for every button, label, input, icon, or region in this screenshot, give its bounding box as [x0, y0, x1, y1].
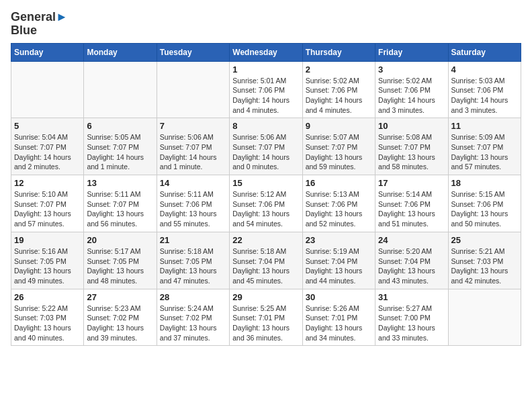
- calendar-week-row: 19Sunrise: 5:16 AM Sunset: 7:05 PM Dayli…: [11, 232, 521, 289]
- calendar-day-cell: [11, 61, 84, 118]
- day-info: Sunrise: 5:10 AM Sunset: 7:07 PM Dayligh…: [14, 189, 81, 229]
- day-number: 13: [87, 178, 153, 188]
- day-info: Sunrise: 5:04 AM Sunset: 7:07 PM Dayligh…: [14, 132, 81, 172]
- day-info: Sunrise: 5:20 AM Sunset: 7:04 PM Dayligh…: [378, 246, 445, 286]
- day-number: 10: [378, 121, 445, 131]
- day-info: Sunrise: 5:06 AM Sunset: 7:07 PM Dayligh…: [232, 132, 299, 172]
- day-info: Sunrise: 5:02 AM Sunset: 7:06 PM Dayligh…: [378, 76, 445, 116]
- day-number: 1: [232, 64, 299, 75]
- weekday-label: Friday: [375, 43, 448, 61]
- day-info: Sunrise: 5:07 AM Sunset: 7:07 PM Dayligh…: [306, 132, 372, 172]
- day-info: Sunrise: 5:14 AM Sunset: 7:06 PM Dayligh…: [378, 189, 445, 229]
- day-number: 28: [160, 292, 226, 302]
- calendar-day-cell: 7Sunrise: 5:06 AM Sunset: 7:07 PM Daylig…: [157, 118, 229, 175]
- logo: General► Blue: [11, 11, 68, 38]
- calendar-day-cell: 11Sunrise: 5:09 AM Sunset: 7:07 PM Dayli…: [448, 118, 521, 175]
- calendar-day-cell: 14Sunrise: 5:11 AM Sunset: 7:06 PM Dayli…: [157, 175, 229, 232]
- day-info: Sunrise: 5:16 AM Sunset: 7:05 PM Dayligh…: [14, 246, 81, 286]
- calendar-day-cell: 8Sunrise: 5:06 AM Sunset: 7:07 PM Daylig…: [230, 118, 302, 175]
- day-info: Sunrise: 5:15 AM Sunset: 7:06 PM Dayligh…: [451, 189, 518, 229]
- day-number: 6: [87, 121, 153, 131]
- day-number: 21: [160, 235, 226, 245]
- calendar-day-cell: 28Sunrise: 5:24 AM Sunset: 7:02 PM Dayli…: [157, 289, 229, 346]
- calendar-week-row: 1Sunrise: 5:01 AM Sunset: 7:06 PM Daylig…: [11, 61, 521, 118]
- day-number: 15: [232, 178, 299, 188]
- calendar-day-cell: 25Sunrise: 5:21 AM Sunset: 7:03 PM Dayli…: [448, 232, 521, 289]
- day-number: 14: [160, 178, 226, 188]
- day-number: 26: [14, 292, 81, 302]
- day-info: Sunrise: 5:18 AM Sunset: 7:04 PM Dayligh…: [232, 246, 299, 286]
- day-info: Sunrise: 5:25 AM Sunset: 7:01 PM Dayligh…: [232, 304, 299, 343]
- day-number: 2: [306, 64, 372, 75]
- day-info: Sunrise: 5:17 AM Sunset: 7:05 PM Dayligh…: [87, 246, 153, 286]
- day-info: Sunrise: 5:22 AM Sunset: 7:03 PM Dayligh…: [14, 304, 81, 343]
- day-info: Sunrise: 5:23 AM Sunset: 7:02 PM Dayligh…: [87, 304, 153, 343]
- day-number: 4: [451, 64, 518, 75]
- day-info: Sunrise: 5:13 AM Sunset: 7:06 PM Dayligh…: [306, 189, 372, 229]
- day-number: 3: [378, 64, 445, 75]
- calendar-day-cell: 18Sunrise: 5:15 AM Sunset: 7:06 PM Dayli…: [448, 175, 521, 232]
- day-info: Sunrise: 5:26 AM Sunset: 7:01 PM Dayligh…: [306, 304, 372, 343]
- day-number: 30: [306, 292, 372, 302]
- calendar-day-cell: 5Sunrise: 5:04 AM Sunset: 7:07 PM Daylig…: [11, 118, 84, 175]
- calendar-day-cell: 24Sunrise: 5:20 AM Sunset: 7:04 PM Dayli…: [375, 232, 448, 289]
- day-number: 29: [232, 292, 299, 302]
- day-info: Sunrise: 5:05 AM Sunset: 7:07 PM Dayligh…: [87, 132, 153, 172]
- calendar-day-cell: 31Sunrise: 5:27 AM Sunset: 7:00 PM Dayli…: [375, 289, 448, 346]
- calendar-body: 1Sunrise: 5:01 AM Sunset: 7:06 PM Daylig…: [11, 61, 521, 346]
- day-number: 27: [87, 292, 153, 302]
- day-number: 23: [306, 235, 372, 245]
- calendar-day-cell: 4Sunrise: 5:03 AM Sunset: 7:06 PM Daylig…: [448, 61, 521, 118]
- day-info: Sunrise: 5:27 AM Sunset: 7:00 PM Dayligh…: [378, 304, 445, 343]
- day-info: Sunrise: 5:11 AM Sunset: 7:07 PM Dayligh…: [87, 189, 153, 229]
- calendar-day-cell: 21Sunrise: 5:18 AM Sunset: 7:05 PM Dayli…: [157, 232, 229, 289]
- day-number: 11: [451, 121, 518, 131]
- calendar-day-cell: 22Sunrise: 5:18 AM Sunset: 7:04 PM Dayli…: [230, 232, 302, 289]
- calendar-day-cell: 27Sunrise: 5:23 AM Sunset: 7:02 PM Dayli…: [84, 289, 157, 346]
- calendar-day-cell: 30Sunrise: 5:26 AM Sunset: 7:01 PM Dayli…: [302, 289, 375, 346]
- calendar-day-cell: [448, 289, 521, 346]
- day-info: Sunrise: 5:08 AM Sunset: 7:07 PM Dayligh…: [378, 132, 445, 172]
- calendar-day-cell: 15Sunrise: 5:12 AM Sunset: 7:06 PM Dayli…: [230, 175, 302, 232]
- calendar-day-cell: 13Sunrise: 5:11 AM Sunset: 7:07 PM Dayli…: [84, 175, 157, 232]
- calendar-day-cell: 19Sunrise: 5:16 AM Sunset: 7:05 PM Dayli…: [11, 232, 84, 289]
- day-number: 31: [378, 292, 445, 302]
- calendar-day-cell: 20Sunrise: 5:17 AM Sunset: 7:05 PM Dayli…: [84, 232, 157, 289]
- calendar-day-cell: 29Sunrise: 5:25 AM Sunset: 7:01 PM Dayli…: [230, 289, 302, 346]
- day-info: Sunrise: 5:03 AM Sunset: 7:06 PM Dayligh…: [451, 76, 518, 116]
- day-number: 8: [232, 121, 299, 131]
- day-number: 5: [14, 121, 81, 131]
- day-info: Sunrise: 5:18 AM Sunset: 7:05 PM Dayligh…: [160, 246, 226, 286]
- weekday-label: Monday: [84, 43, 157, 61]
- day-number: 24: [378, 235, 445, 245]
- day-number: 22: [232, 235, 299, 245]
- calendar-day-cell: 1Sunrise: 5:01 AM Sunset: 7:06 PM Daylig…: [230, 61, 302, 118]
- calendar-day-cell: 9Sunrise: 5:07 AM Sunset: 7:07 PM Daylig…: [302, 118, 375, 175]
- day-number: 17: [378, 178, 445, 188]
- weekday-label: Wednesday: [230, 43, 302, 61]
- weekday-label: Thursday: [302, 43, 375, 61]
- day-number: 16: [306, 178, 372, 188]
- weekday-header-row: SundayMondayTuesdayWednesdayThursdayFrid…: [11, 43, 521, 61]
- day-info: Sunrise: 5:09 AM Sunset: 7:07 PM Dayligh…: [451, 132, 518, 172]
- day-info: Sunrise: 5:11 AM Sunset: 7:06 PM Dayligh…: [160, 189, 226, 229]
- calendar-day-cell: 3Sunrise: 5:02 AM Sunset: 7:06 PM Daylig…: [375, 61, 448, 118]
- calendar-day-cell: [157, 61, 229, 118]
- calendar-week-row: 5Sunrise: 5:04 AM Sunset: 7:07 PM Daylig…: [11, 118, 521, 175]
- weekday-label: Tuesday: [157, 43, 229, 61]
- calendar-table: SundayMondayTuesdayWednesdayThursdayFrid…: [11, 43, 521, 347]
- calendar-day-cell: 12Sunrise: 5:10 AM Sunset: 7:07 PM Dayli…: [11, 175, 84, 232]
- day-number: 7: [160, 121, 226, 131]
- calendar-day-cell: 10Sunrise: 5:08 AM Sunset: 7:07 PM Dayli…: [375, 118, 448, 175]
- weekday-label: Sunday: [11, 43, 84, 61]
- day-number: 9: [306, 121, 372, 131]
- day-number: 18: [451, 178, 518, 188]
- calendar-day-cell: 16Sunrise: 5:13 AM Sunset: 7:06 PM Dayli…: [302, 175, 375, 232]
- day-number: 20: [87, 235, 153, 245]
- calendar-day-cell: 6Sunrise: 5:05 AM Sunset: 7:07 PM Daylig…: [84, 118, 157, 175]
- day-info: Sunrise: 5:12 AM Sunset: 7:06 PM Dayligh…: [232, 189, 299, 229]
- day-info: Sunrise: 5:19 AM Sunset: 7:04 PM Dayligh…: [306, 246, 372, 286]
- calendar-day-cell: 26Sunrise: 5:22 AM Sunset: 7:03 PM Dayli…: [11, 289, 84, 346]
- day-info: Sunrise: 5:01 AM Sunset: 7:06 PM Dayligh…: [232, 76, 299, 116]
- day-info: Sunrise: 5:21 AM Sunset: 7:03 PM Dayligh…: [451, 246, 518, 286]
